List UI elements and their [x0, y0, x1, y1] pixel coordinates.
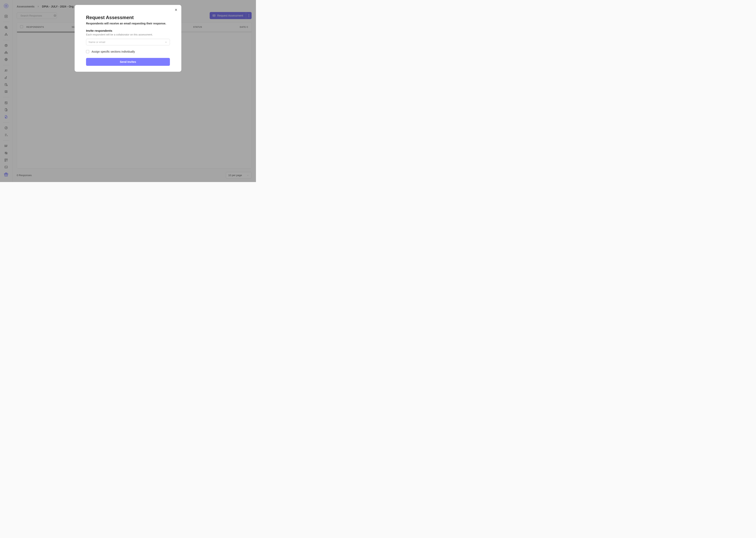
- assign-sections-row: Assign specific sections individually: [86, 50, 170, 53]
- request-assessment-modal: Request Assessment Respondents will rece…: [74, 5, 181, 72]
- modal-content: Request Assessment Respondents will rece…: [78, 9, 177, 66]
- close-icon: [174, 8, 178, 12]
- close-button[interactable]: [174, 8, 178, 12]
- modal-title: Request Assessment: [86, 15, 170, 20]
- chevron-down-icon: [165, 41, 167, 43]
- respondent-input[interactable]: [89, 40, 165, 43]
- assign-sections-checkbox[interactable]: [86, 50, 89, 53]
- invite-section-desc: Each respondent will be a collaborator o…: [86, 33, 170, 36]
- assign-sections-label: Assign specific sections individually: [92, 50, 135, 53]
- send-invites-button[interactable]: Send Invites: [86, 58, 170, 66]
- respondent-input-wrapper[interactable]: [86, 39, 170, 45]
- modal-subtitle: Respondents will receive an email reques…: [86, 22, 170, 25]
- modal-overlay[interactable]: Request Assessment Respondents will rece…: [0, 0, 256, 182]
- invite-section-title: Invite respondents: [86, 29, 170, 32]
